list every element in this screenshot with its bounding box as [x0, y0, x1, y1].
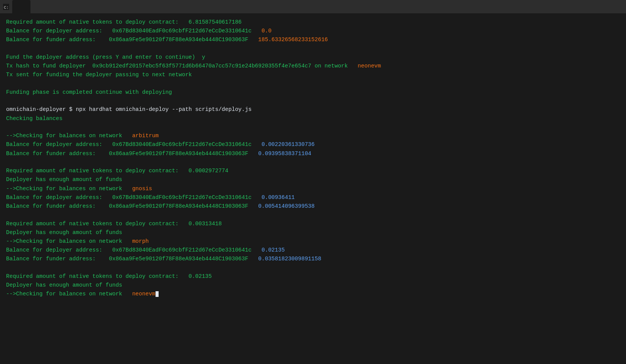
terminal-line: Required amount of native tokens to depl…: [6, 18, 620, 27]
terminal-text: Balance for funder address: 0x86aa9Fe5e9…: [6, 203, 258, 209]
window: C:\ Required amount of native tokens to …: [0, 0, 626, 364]
titlebar: C:\: [0, 0, 626, 13]
terminal-line: Required amount of native tokens to depl…: [6, 272, 620, 281]
tab-close-button[interactable]: [21, 6, 24, 8]
terminal-line: [6, 211, 620, 219]
terminal-line: Balance for funder address: 0x86aa9Fe5e9…: [6, 149, 620, 158]
terminal-line: Balance for deployer address: 0x67Bd8304…: [6, 27, 620, 35]
terminal-text: morph: [132, 238, 149, 244]
tab-dropdown-button[interactable]: [41, 6, 44, 8]
terminal-line: [6, 123, 620, 131]
terminal-text: arbitrum: [132, 133, 159, 139]
terminal-text: gnosis: [132, 186, 152, 192]
terminal-line: Funding phase is completed continue with…: [6, 88, 620, 97]
terminal-line: [6, 80, 620, 88]
terminal-text: 0.09395838371104: [258, 151, 311, 157]
terminal-cursor: [156, 291, 159, 297]
terminal-line: Fund the deployer address (press Y and e…: [6, 53, 620, 62]
terminal-line: Required amount of native tokens to depl…: [6, 220, 620, 228]
terminal-line: Tx sent for funding the deployer passing…: [6, 71, 620, 79]
terminal-text: 0.02135: [262, 247, 285, 253]
terminal-line: Balance for deployer address: 0x67Bd8304…: [6, 140, 620, 149]
terminal-line: Balance for funder address: 0x86aa9Fe5e9…: [6, 35, 620, 44]
terminal-text: Balance for funder address: 0x86aa9Fe5e9…: [6, 256, 258, 262]
maximize-button[interactable]: [608, 6, 614, 8]
terminal-output: Required amount of native tokens to depl…: [0, 13, 626, 364]
terminal-text: Balance for deployer address: 0x67Bd8304…: [6, 141, 262, 148]
terminal-line: -->Checking for balances on network morp…: [6, 237, 620, 246]
terminal-line: Deployer has enough amount of funds: [6, 228, 620, 237]
terminal-line: omnichain-deployer $ npx hardhat omnicha…: [6, 105, 620, 114]
terminal-line: [6, 97, 620, 105]
terminal-line: Balance for funder address: 0x86aa9Fe5e9…: [6, 255, 620, 263]
terminal-text: Balance for deployer address: 0x67Bd8304…: [6, 247, 262, 253]
terminal-line: -->Checking for balances on network arbi…: [6, 131, 620, 140]
terminal-line: Balance for deployer address: 0x67Bd8304…: [6, 193, 620, 202]
terminal-text: Balance for funder address: 0x86aa9Fe5e9…: [6, 151, 258, 157]
new-tab-button[interactable]: [34, 6, 38, 8]
terminal-text: neonevm: [358, 63, 381, 69]
window-controls: [599, 6, 623, 8]
terminal-text: -->Checking for balances on network: [6, 186, 132, 192]
terminal-text: 0.0: [262, 28, 271, 34]
terminal-text: 0.03581823009891158: [258, 256, 321, 262]
active-tab[interactable]: [12, 0, 30, 13]
terminal-line: Tx hash to fund deployer 0x9cb912edf2015…: [6, 62, 620, 71]
terminal-text: Balance for funder address: 0x86aa9Fe5e9…: [6, 37, 258, 43]
terminal-text: -->Checking for balances on network: [6, 238, 132, 244]
terminal-line: [6, 158, 620, 167]
terminal-text: -->Checking for balances on network: [6, 133, 132, 139]
terminal-text: 0.00220361330736: [262, 141, 315, 148]
terminal-line: Checking balances: [6, 114, 620, 123]
terminal-line: Balance for funder address: 0x86aa9Fe5e9…: [6, 202, 620, 211]
terminal-line: -->Checking for balances on network gnos…: [6, 184, 620, 193]
terminal-text: neonevm: [132, 291, 156, 297]
terminal-text: -->Checking for balances on network: [6, 291, 132, 297]
terminal-text: 0.00936411: [262, 194, 295, 200]
terminal-line: -->Checking for balances on network neon…: [6, 290, 620, 298]
terminal-line: Deployer has enough amount of funds: [6, 175, 620, 184]
svg-text:C:\: C:\: [4, 5, 9, 10]
terminal-line: Deployer has enough amount of funds: [6, 281, 620, 290]
terminal-text: 0.005414096399538: [258, 203, 315, 209]
terminal-text: Tx hash to fund deployer 0x9cb912edf2015…: [6, 63, 358, 69]
terminal-line: [6, 263, 620, 272]
terminal-text: 185.63326568233152616: [258, 37, 328, 43]
terminal-line: Balance for deployer address: 0x67Bd8304…: [6, 246, 620, 255]
cmd-icon: C:\: [3, 4, 9, 10]
minimize-button[interactable]: [599, 6, 605, 8]
terminal-line: [6, 45, 620, 53]
terminal-text: Balance for deployer address: 0x67Bd8304…: [6, 28, 262, 34]
terminal-line: Required amount of native tokens to depl…: [6, 167, 620, 175]
terminal-text: Balance for deployer address: 0x67Bd8304…: [6, 194, 262, 200]
close-button[interactable]: [617, 6, 623, 8]
